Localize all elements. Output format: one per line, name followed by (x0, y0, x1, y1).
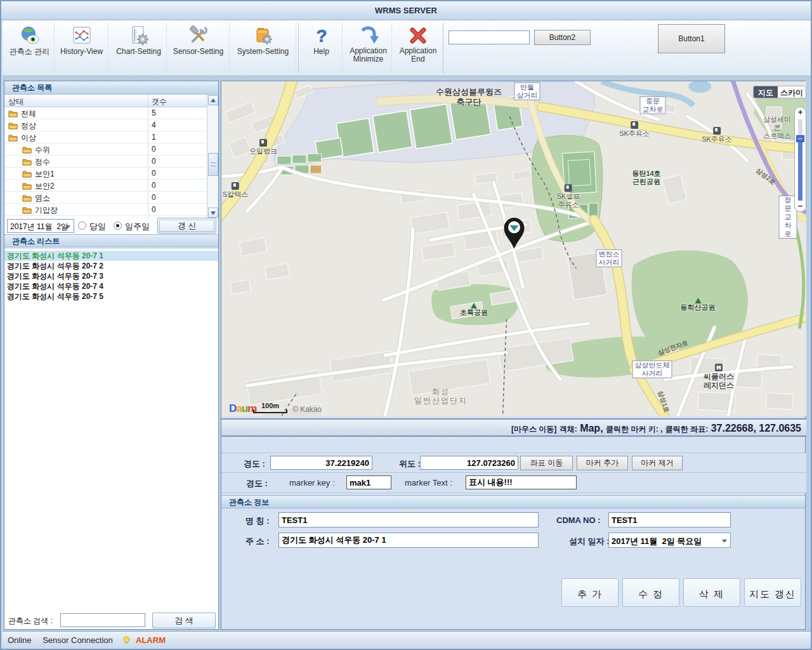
toolbar-item-label: 관측소 관리 (5, 47, 54, 56)
main-toolbar: 관측소 관리 History-View Chart-Setting Sensor… (3, 20, 811, 76)
toolbar-item-label: Application End (395, 47, 442, 63)
scroll-down-button[interactable] (208, 208, 218, 218)
hotel-icon: H (715, 364, 723, 371)
map-view[interactable]: 수원삼성블루윙즈 축구단 오일뱅크 S칼텍스 반월 삼거리 중문 교차로 SK주… (221, 81, 806, 416)
tree-column-headers[interactable]: 상태 갯수 (4, 95, 218, 107)
tree-row[interactable]: 이상 1 (4, 131, 206, 143)
name-label: 명 칭 : (246, 515, 270, 527)
gas-station-icon (713, 127, 721, 135)
station-address-input[interactable] (278, 533, 539, 548)
edit-station-button[interactable]: 수 정 (622, 578, 679, 607)
search-button[interactable]: 검 색 (152, 613, 216, 628)
date-combo[interactable]: 2017년 11월 2일 (7, 219, 74, 233)
toolbar-history-view-button[interactable]: History-View (55, 23, 108, 72)
chart-gear-icon (129, 25, 149, 46)
toolbar-station-manage-button[interactable]: 관측소 관리 (5, 23, 55, 72)
tree-row[interactable]: 보안2 0 (4, 180, 206, 192)
map-label-park: 초록공원 (460, 303, 488, 317)
status-sensor-connection: Sensor Connection (43, 635, 113, 645)
station-list-item[interactable]: 경기도 화성시 석우동 20-7 5 (4, 291, 218, 302)
radio-week-label[interactable]: 일주일 (125, 221, 150, 232)
zoom-out-button[interactable]: − (795, 201, 806, 211)
map-label-gas: S칼텍스 (223, 182, 248, 199)
radio-day-label[interactable]: 당일 (89, 221, 106, 232)
radio-day[interactable] (78, 222, 86, 230)
tree-panel-header: 관측소 목록 (4, 81, 218, 95)
tree-scrollbar[interactable] (207, 95, 218, 219)
map-label-park: 동학산공원 (681, 298, 716, 312)
button1[interactable]: Button1 (658, 24, 725, 53)
lon-label: 경도 : (244, 458, 265, 470)
toolbar-chart-setting-button[interactable]: Chart-Setting (111, 23, 167, 72)
coordinates-row: 경도 : 위도 : 좌표 이동 마커 추가 마커 제거 (221, 453, 806, 473)
gas-station-icon (259, 139, 267, 147)
refresh-map-button[interactable]: 지도 갱신 (744, 578, 801, 607)
tree-icon (695, 298, 701, 303)
map-mode-button[interactable]: 지도 (754, 86, 778, 98)
tree-row-label: 염소 (35, 194, 50, 202)
move-to-coord-button[interactable]: 좌표 이동 (520, 456, 573, 470)
add-marker-button[interactable]: 마커 추가 (577, 456, 628, 470)
marker-text-input[interactable] (466, 475, 577, 489)
zoom-in-button[interactable]: + (795, 107, 806, 117)
status-online: Online (8, 635, 32, 645)
install-date-combo[interactable]: 2017년 11월 2일 목요일 (608, 533, 731, 548)
station-list-item[interactable]: 경기도 화성시 석우동 20-7 2 (4, 261, 218, 271)
folder-gear-icon (253, 25, 273, 46)
toolbar-system-setting-button[interactable]: System-Setting (230, 23, 296, 72)
toolbar-app-end-button[interactable]: Application End (395, 23, 442, 72)
tree-row-count: 0 (152, 205, 156, 214)
button2[interactable]: Button2 (534, 30, 591, 45)
tree-row[interactable]: 정수 0 (4, 156, 206, 168)
mouse-info-bar: [마우스 이동] 객채: Map, 클릭한 마커 키: , 클릭한 좌표: 37… (221, 418, 806, 437)
lat-label: 위도 : (399, 458, 421, 470)
cdma-no-input[interactable] (608, 512, 731, 527)
toolbar-sensor-setting-button[interactable]: Sensor-Setting (167, 23, 230, 72)
red-x-icon (408, 25, 428, 46)
tree-row[interactable]: 염소 0 (4, 192, 206, 204)
scale-label: 100m (253, 402, 287, 409)
tree-row[interactable]: 정상 4 (4, 119, 206, 131)
status-alarm: ALARM (136, 635, 166, 645)
tree-row-label: 수위 (35, 145, 50, 154)
tree-row[interactable]: 전체 5 (4, 107, 206, 119)
tree-row[interactable]: 수위 0 (4, 143, 206, 156)
title-bar: WRMS SERVER (1, 1, 811, 20)
refresh-button[interactable]: 갱 신 (157, 218, 216, 234)
tree-row[interactable]: 보안1 0 (4, 168, 206, 180)
bulb-icon (122, 633, 131, 641)
marker-key-label: marker key : (289, 478, 335, 488)
longitude-input[interactable] (270, 456, 372, 470)
latitude-input[interactable] (420, 456, 518, 470)
scroll-thumb[interactable] (208, 153, 218, 176)
radio-week[interactable] (114, 222, 122, 230)
map-and-controls-area: 수원삼성블루윙즈 축구단 오일뱅크 S칼텍스 반월 삼거리 중문 교차로 SK주… (221, 81, 806, 630)
map-label: 수원삼성블루윙즈 축구단 (436, 87, 502, 107)
map-label-crossroad: 반월 삼거리 (514, 83, 540, 100)
remove-marker-button[interactable]: 마커 제거 (632, 456, 683, 470)
tree-row[interactable]: 기압장 0 (4, 204, 206, 216)
add-station-button[interactable]: 추 가 (561, 578, 619, 607)
scroll-up-button[interactable] (208, 95, 218, 105)
station-name-input[interactable] (278, 512, 539, 527)
scale-bar (253, 409, 287, 413)
station-list-item[interactable]: 경기도 화성시 석우동 20-7 4 (4, 281, 218, 291)
toolbar-help-button[interactable]: ? Help (301, 23, 343, 72)
tree-col-status[interactable]: 상태 (8, 96, 23, 107)
map-scale: 100m (253, 402, 287, 413)
skyview-mode-button[interactable]: 스카이뷰 (778, 86, 806, 98)
toolbar-item-label: Chart-Setting (111, 47, 166, 56)
tree-col-count[interactable]: 갯수 (152, 96, 167, 107)
station-list-item[interactable]: 경기도 화성시 석우동 20-7 3 (4, 271, 218, 281)
zoom-slider-thumb[interactable] (796, 135, 804, 142)
toolbar-item-label: Sensor-Setting (167, 47, 229, 56)
station-list-item-selected[interactable]: 경기도 화성시 석우동 20-7 1 (4, 251, 218, 261)
marker-key-input[interactable] (346, 475, 391, 489)
map-label-park: 동탄14호 근린공원 (632, 169, 660, 186)
delete-station-button[interactable]: 삭 제 (683, 578, 740, 607)
toolbar-app-minimize-button[interactable]: Application Minimize (345, 23, 392, 72)
toolbar-text-input[interactable] (449, 30, 530, 44)
station-search-input[interactable] (60, 613, 145, 627)
marker-text-label: marker Text : (405, 478, 452, 488)
toolbar-item-label: Help (301, 47, 342, 56)
